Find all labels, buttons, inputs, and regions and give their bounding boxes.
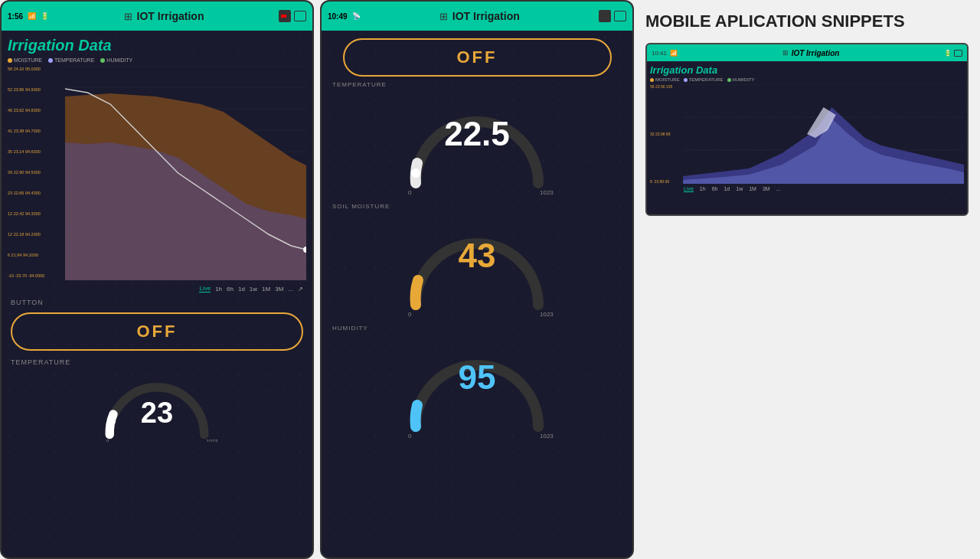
thumbnail-moisture-label: MOISTURE bbox=[655, 77, 680, 82]
phone1-header-icons bbox=[279, 10, 306, 22]
phone1-title: IOT Irrigation bbox=[137, 10, 204, 22]
phone2-soil-card: SOIL MOISTURE 0 1023 43 bbox=[328, 203, 626, 320]
svg-rect-19 bbox=[609, 15, 610, 18]
phone1-temp-label: TEMPERATURE bbox=[11, 358, 303, 366]
phone1-menu-icon[interactable] bbox=[294, 11, 306, 21]
y-label-1: 58 24.10 95.0000 bbox=[8, 67, 65, 72]
time-1w[interactable]: 1w bbox=[250, 286, 257, 293]
svg-text:0: 0 bbox=[408, 433, 412, 440]
y-label-6: 29 22.90 94.5000 bbox=[8, 171, 65, 175]
thumbnail-svg bbox=[650, 84, 964, 184]
time-1d[interactable]: 1d bbox=[238, 286, 245, 293]
svg-point-20 bbox=[411, 168, 420, 178]
t-live[interactable]: Live bbox=[684, 186, 694, 192]
svg-text:0: 0 bbox=[408, 311, 412, 318]
thumbnail-humidity-label: HUMIDITY bbox=[733, 77, 755, 82]
temp-label: TEMPERATURE bbox=[54, 57, 94, 63]
phone2-header: 10:49 📡 ⊞ IOT Irrigation bbox=[322, 2, 632, 31]
humidity-dot bbox=[100, 58, 105, 63]
thumbnail-content: Irrigation Data MOISTURE TEMPERATURE HUM… bbox=[647, 61, 967, 214]
t-1w[interactable]: 1w bbox=[736, 186, 743, 192]
thumbnail-legend-humidity: HUMIDITY bbox=[727, 77, 755, 82]
phone1-chart-title: Irrigation Data bbox=[8, 37, 306, 54]
moisture-label: MOISTURE bbox=[14, 57, 42, 63]
thumbnail-chart: 58 23.56 105 33 23.98 88 8 23.88 69 bbox=[650, 84, 964, 184]
thumbnail-menu bbox=[954, 50, 962, 57]
phone1-content: Irrigation Data MOISTURE TEMPERATURE HUM… bbox=[2, 31, 312, 559]
phone1-wifi-icon: 🔋 bbox=[41, 12, 49, 20]
phone2-humidity-card: HUMIDITY 0 1023 95 bbox=[328, 325, 626, 442]
time-1h[interactable]: 1h bbox=[215, 286, 222, 293]
svg-rect-1 bbox=[281, 15, 286, 18]
y-label-8: 12 22.42 94.3000 bbox=[8, 212, 65, 217]
time-live[interactable]: Live bbox=[199, 285, 211, 293]
thumbnail-moisture-dot bbox=[650, 78, 654, 82]
thumbnail-app-title: IOT Irrigation bbox=[792, 49, 840, 57]
y-label-3: 46 23.62 94.8000 bbox=[8, 109, 65, 113]
phone1-temp-value: 23 bbox=[141, 397, 173, 430]
svg-point-26 bbox=[411, 412, 420, 421]
phone2-battery-icon bbox=[599, 10, 611, 22]
thumbnail-header: 10:41 📶 ⊞ IOT Irrigation 🔋 bbox=[647, 44, 967, 61]
time-1m[interactable]: 1M bbox=[262, 286, 270, 293]
phone2-soil-label: SOIL MOISTURE bbox=[332, 203, 622, 210]
phone1-time: 1:56 bbox=[8, 12, 23, 21]
y-label-5: 35 23.14 94.6000 bbox=[8, 150, 65, 155]
humidity-label: HUMIDITY bbox=[106, 57, 132, 63]
time-expand[interactable]: ↗ bbox=[298, 286, 303, 293]
phone-1: 1:56 📶 🔋 ⊞ IOT Irrigation Irrigation Dat… bbox=[0, 0, 314, 559]
phone1-off-button[interactable]: OFF bbox=[11, 312, 303, 351]
thumbnail-legend: MOISTURE TEMPERATURE HUMIDITY bbox=[650, 77, 964, 82]
phone2-soil-gauge: 0 1023 43 bbox=[400, 213, 554, 320]
t-more[interactable]: ... bbox=[776, 186, 781, 192]
moisture-dot bbox=[8, 58, 12, 63]
thumbnail-battery: 🔋 bbox=[944, 50, 952, 57]
svg-rect-2 bbox=[289, 15, 290, 18]
phone2-status: 10:49 📡 bbox=[328, 12, 361, 21]
y-label-2: 52 23.86 94.9000 bbox=[8, 88, 65, 93]
phone2-humidity-gauge: 0 1023 95 bbox=[400, 335, 554, 442]
thumbnail-time: 10:41 bbox=[652, 50, 667, 57]
t-1h[interactable]: 1h bbox=[700, 186, 706, 192]
thumbnail-chart-title: Irrigation Data bbox=[650, 64, 964, 76]
svg-text:0: 0 bbox=[106, 439, 109, 442]
chart-svg-area bbox=[65, 66, 306, 280]
thumbnail-time-labels: Live 1h 6h 1d 1w 1M 3M ... bbox=[681, 184, 964, 192]
t-1d[interactable]: 1d bbox=[724, 186, 730, 192]
phone2-temp-value: 22.5 bbox=[444, 115, 510, 153]
phone2-temp-card: TEMPERATURE 0 1023 22.5 bbox=[328, 81, 626, 198]
phone2-menu-icon[interactable] bbox=[614, 11, 626, 21]
phone1-status: 1:56 📶 🔋 bbox=[8, 12, 49, 21]
phone2-off-button[interactable]: OFF bbox=[343, 38, 612, 77]
thumbnail-temp-dot bbox=[684, 78, 688, 82]
temp-dot bbox=[48, 58, 53, 63]
t-6h[interactable]: 6h bbox=[712, 186, 718, 192]
y-label-10: 6 21.94 94.1000 bbox=[8, 253, 65, 258]
thumbnail-signal: 📶 bbox=[670, 50, 678, 57]
ylabel2: 33 23.98 88 bbox=[650, 132, 681, 136]
thumbnail-legend-moisture: MOISTURE bbox=[650, 77, 680, 82]
thumbnail-humidity-dot bbox=[727, 78, 731, 82]
phone2-temp-label: TEMPERATURE bbox=[332, 81, 622, 88]
time-3m[interactable]: 3M bbox=[275, 286, 283, 293]
phone2-off-text: OFF bbox=[457, 47, 498, 67]
phone1-off-text: OFF bbox=[137, 322, 178, 341]
phone1-battery-icon bbox=[279, 10, 291, 22]
phone2-time: 10:49 bbox=[328, 12, 348, 21]
chart-svg bbox=[65, 66, 306, 280]
y-label-11: -10 -23.70 -94.0000 bbox=[8, 274, 65, 279]
legend-moisture: MOISTURE bbox=[8, 57, 42, 63]
y-label-4: 41 23.38 94.7000 bbox=[8, 129, 65, 134]
t-3m[interactable]: 3M bbox=[763, 186, 770, 192]
ylabel1: 58 23.56 105 bbox=[650, 84, 681, 89]
time-6h[interactable]: 6h bbox=[227, 286, 234, 293]
phone2-signal-icon: 📡 bbox=[352, 12, 361, 20]
t-1m[interactable]: 1M bbox=[749, 186, 756, 192]
time-more[interactable]: ... bbox=[288, 286, 293, 293]
svg-point-23 bbox=[412, 288, 421, 297]
phone1-nav-icon: ⊞ bbox=[124, 11, 132, 22]
phone1-temp-section: TEMPERATURE 0 1023 23 bbox=[8, 355, 306, 445]
svg-text:1023: 1023 bbox=[540, 189, 554, 196]
phone2-temp-gauge: 0 1023 22.5 bbox=[400, 91, 554, 198]
ylabel3: 8 23.88 69 bbox=[650, 179, 681, 184]
